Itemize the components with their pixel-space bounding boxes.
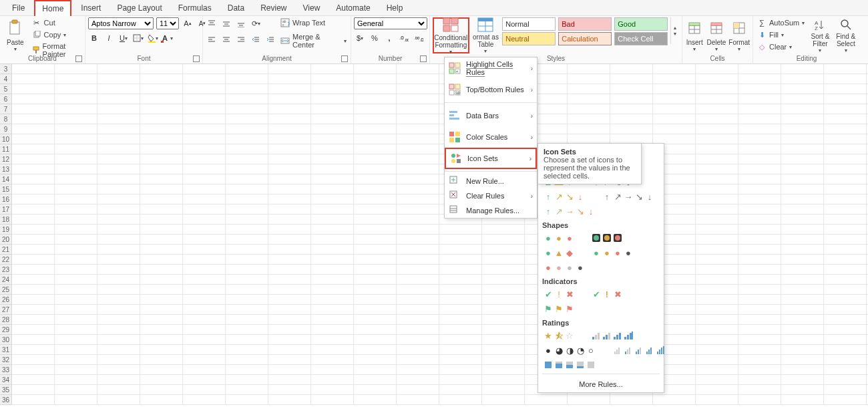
iconset-3-symbols[interactable]: ✔!✖ (590, 288, 624, 300)
tab-help[interactable]: Help (380, 1, 410, 15)
iconset-5-arrows-color[interactable]: ↑↗→↘↓ (542, 205, 597, 217)
styles-gallery-expand[interactable]: ▴▾ (670, 17, 679, 44)
tab-data[interactable]: Data (221, 1, 251, 15)
font-color-button[interactable]: A ▾ (162, 32, 174, 44)
row-header[interactable]: 5 (0, 84, 12, 94)
row-header[interactable]: 13 (0, 164, 12, 174)
align-top-icon[interactable] (206, 17, 218, 29)
tab-file[interactable]: File (5, 1, 31, 15)
cf-color-scales[interactable]: Color Scales › (445, 126, 537, 148)
iconset-3-stars[interactable]: ★⯪☆ (542, 329, 576, 341)
row-header[interactable]: 18 (0, 215, 12, 225)
row-header[interactable]: 17 (0, 204, 12, 215)
iconset-4-traffic-lights[interactable]: ●●●● (590, 247, 634, 259)
row-header[interactable]: 4 (0, 74, 12, 84)
style-normal[interactable]: Normal (502, 17, 556, 31)
iconset-3-signs[interactable]: ●▲◆ (542, 247, 576, 259)
row-header[interactable]: 19 (0, 225, 12, 235)
italic-button[interactable]: I (103, 32, 115, 44)
comma-format-icon[interactable]: , (383, 32, 395, 44)
tab-formulas[interactable]: Formulas (172, 1, 218, 15)
tab-view[interactable]: View (296, 1, 327, 15)
row-header[interactable]: 7 (0, 104, 12, 114)
row-header[interactable]: 31 (0, 345, 12, 355)
row-header[interactable]: 30 (0, 335, 12, 345)
style-good[interactable]: Good (614, 17, 668, 31)
row-header[interactable]: 22 (0, 255, 12, 265)
cf-top-bottom-rules[interactable]: 10 Top/Bottom Rules › (445, 79, 537, 100)
increase-decimal-icon[interactable]: .0.00 (398, 32, 410, 44)
iconset-red-to-black[interactable]: ●●●● (542, 261, 586, 273)
cf-highlight-rules[interactable]: < Highlight Cells Rules › (445, 57, 537, 79)
format-as-table-button[interactable]: ormat as Table▾ (472, 17, 500, 53)
row-header[interactable]: 33 (0, 365, 12, 375)
accounting-format-icon[interactable]: $▾ (354, 32, 366, 44)
borders-button[interactable]: ▾ (132, 32, 144, 44)
row-header[interactable]: 3 (0, 64, 12, 74)
tab-page-layout[interactable]: Page Layout (110, 1, 168, 15)
iconset-4-ratings-bars[interactable] (590, 329, 634, 341)
alignment-dlg-icon[interactable] (341, 55, 348, 62)
row-header[interactable]: 12 (0, 154, 12, 164)
cf-clear-rules[interactable]: Clear Rules › (445, 188, 537, 203)
row-header[interactable]: 14 (0, 174, 12, 184)
align-center-icon[interactable] (220, 33, 232, 45)
copy-button[interactable]: Copy ▾ (31, 29, 82, 40)
iconset-3-traffic-lights-rimmed[interactable] (590, 232, 624, 244)
row-header[interactable]: 6 (0, 94, 12, 104)
row-header[interactable]: 24 (0, 275, 12, 285)
percent-format-icon[interactable]: % (369, 32, 381, 44)
cf-new-rule[interactable]: New Rule... (445, 174, 537, 188)
clear-button[interactable]: ◇Clear ▾ (756, 41, 806, 52)
iconset-4-arrows-color[interactable]: ↑↗↘↓ (542, 190, 586, 202)
font-name-select[interactable]: Aptos Narrow (88, 17, 154, 29)
clipboard-dlg-icon[interactable] (75, 55, 82, 62)
tab-insert[interactable]: Insert (74, 1, 107, 15)
underline-button[interactable]: U▾ (118, 32, 130, 44)
iconset-3-flags[interactable]: ⚑⚑⚑ (542, 303, 576, 315)
fill-button[interactable]: ⬇Fill ▾ (756, 29, 806, 40)
cells-area[interactable] (12, 64, 868, 411)
row-header[interactable]: 36 (0, 395, 12, 405)
grow-font-icon[interactable]: A▴ (182, 17, 194, 29)
align-middle-icon[interactable] (220, 17, 232, 29)
wrap-text-button[interactable]: abc Wrap Text (279, 17, 348, 28)
row-header[interactable]: 35 (0, 385, 12, 395)
align-bottom-icon[interactable] (235, 17, 247, 29)
row-header[interactable]: 23 (0, 265, 12, 275)
cf-manage-rules[interactable]: Manage Rules... (445, 203, 537, 218)
bold-button[interactable]: B (88, 32, 100, 44)
row-header[interactable]: 21 (0, 245, 12, 255)
row-header[interactable]: 29 (0, 325, 12, 335)
row-header[interactable]: 8 (0, 114, 12, 124)
conditional-formatting-button[interactable]: Conditional Formatting▾ (433, 17, 469, 53)
row-header[interactable]: 28 (0, 315, 12, 325)
row-header[interactable]: 27 (0, 305, 12, 315)
row-header[interactable]: 25 (0, 285, 12, 295)
iconset-3-traffic-lights[interactable]: ●●● (542, 232, 576, 244)
sort-filter-button[interactable]: AZ Sort & Filter▾ (809, 17, 831, 53)
align-right-icon[interactable] (235, 33, 247, 45)
orientation-icon[interactable]: ⟳▾ (250, 17, 262, 29)
merge-center-button[interactable]: Merge & Center ▾ (279, 32, 348, 49)
indent-increase-icon[interactable] (264, 33, 276, 45)
cf-data-bars[interactable]: Data Bars › (445, 105, 537, 126)
autosum-button[interactable]: ∑AutoSum ▾ (756, 17, 806, 28)
number-dlg-icon[interactable] (420, 55, 427, 62)
worksheet-grid[interactable]: 3456789101112131415161718192021222324252… (0, 64, 868, 411)
cut-button[interactable]: ✂ Cut (31, 17, 82, 28)
font-dlg-icon[interactable] (193, 55, 200, 62)
iconset-5-ratings-bars[interactable] (612, 344, 666, 356)
align-left-icon[interactable] (206, 33, 218, 45)
number-format-select[interactable]: General (354, 17, 427, 29)
iconsets-more-rules[interactable]: More Rules... (542, 376, 660, 388)
row-header[interactable]: 20 (0, 235, 12, 245)
iconset-5-arrows-gray[interactable]: ↑↗→↘↓ (601, 190, 656, 202)
insert-cells-button[interactable]: Insert▾ (685, 17, 704, 53)
row-header[interactable]: 9 (0, 124, 12, 134)
indent-decrease-icon[interactable] (250, 33, 262, 45)
row-header[interactable]: 10 (0, 134, 12, 144)
cf-icon-sets[interactable]: Icon Sets › (445, 148, 537, 169)
tab-review[interactable]: Review (254, 1, 293, 15)
iconset-5-boxes[interactable] (542, 359, 597, 371)
